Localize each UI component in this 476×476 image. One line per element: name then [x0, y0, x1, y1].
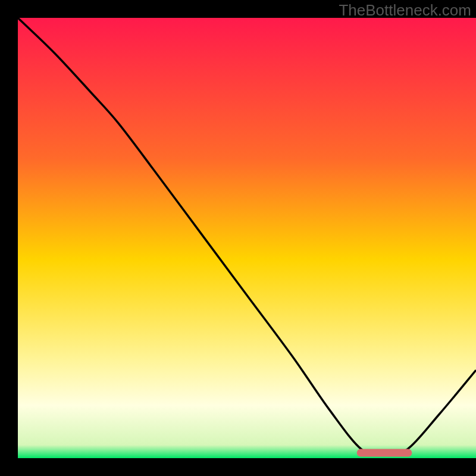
optimal-marker [357, 449, 412, 457]
plot-area [18, 18, 476, 458]
watermark-text: TheBottleneck.com [339, 1, 471, 20]
chart-container: TheBottleneck.com [0, 0, 476, 476]
chart-svg [0, 0, 476, 476]
